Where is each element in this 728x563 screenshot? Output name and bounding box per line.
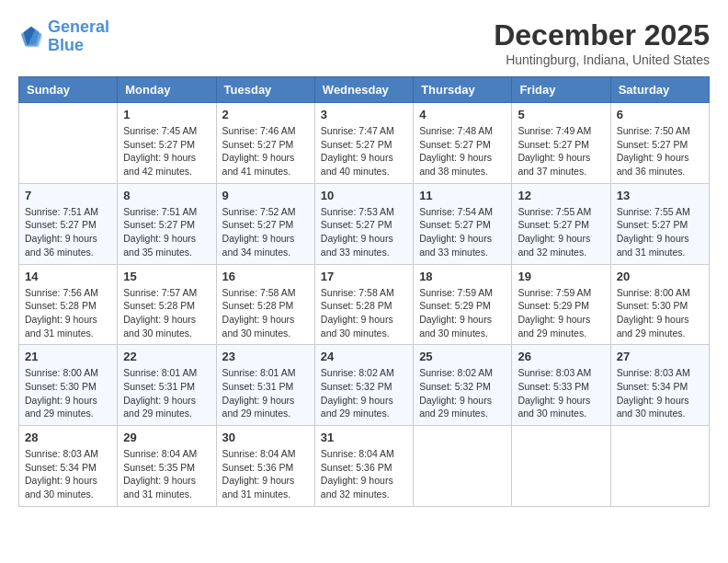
page-container: General Blue December 2025 Huntingburg, … xyxy=(0,0,728,516)
day-info: Sunrise: 7:58 AMSunset: 5:28 PMDaylight:… xyxy=(222,286,309,340)
day-info: Sunrise: 8:03 AMSunset: 5:33 PMDaylight:… xyxy=(518,366,604,420)
day-info: Sunrise: 8:01 AMSunset: 5:31 PMDaylight:… xyxy=(123,366,210,420)
day-number: 29 xyxy=(123,431,210,444)
calendar-header-row: SundayMondayTuesdayWednesdayThursdayFrid… xyxy=(19,77,710,103)
day-info: Sunrise: 7:59 AMSunset: 5:29 PMDaylight:… xyxy=(518,286,604,340)
calendar-cell: 30Sunrise: 8:04 AMSunset: 5:36 PMDayligh… xyxy=(216,426,314,507)
day-number: 8 xyxy=(123,189,210,202)
calendar-cell: 24Sunrise: 8:02 AMSunset: 5:32 PMDayligh… xyxy=(314,345,413,426)
day-info: Sunrise: 8:04 AMSunset: 5:35 PMDaylight:… xyxy=(123,447,210,501)
day-number: 5 xyxy=(518,108,604,121)
day-number: 19 xyxy=(518,270,604,283)
day-info: Sunrise: 7:56 AMSunset: 5:28 PMDaylight:… xyxy=(25,286,111,340)
day-info: Sunrise: 8:00 AMSunset: 5:30 PMDaylight:… xyxy=(25,366,111,420)
day-number: 6 xyxy=(617,108,703,121)
day-number: 22 xyxy=(123,350,210,363)
day-info: Sunrise: 7:51 AMSunset: 5:27 PMDaylight:… xyxy=(123,205,210,259)
day-info: Sunrise: 7:55 AMSunset: 5:27 PMDaylight:… xyxy=(617,205,703,259)
day-number: 31 xyxy=(321,431,407,444)
day-number: 13 xyxy=(617,189,703,202)
day-number: 15 xyxy=(123,270,210,283)
day-info: Sunrise: 8:01 AMSunset: 5:31 PMDaylight:… xyxy=(222,366,309,420)
day-number: 14 xyxy=(25,270,111,283)
calendar-cell: 15Sunrise: 7:57 AMSunset: 5:28 PMDayligh… xyxy=(118,264,216,345)
calendar-cell xyxy=(19,103,118,184)
title-section: December 2025 Huntingburg, Indiana, Unit… xyxy=(494,18,710,67)
calendar-cell xyxy=(512,426,610,507)
calendar-cell: 27Sunrise: 8:03 AMSunset: 5:34 PMDayligh… xyxy=(610,345,709,426)
day-number: 17 xyxy=(321,270,407,283)
calendar-week-4: 28Sunrise: 8:03 AMSunset: 5:34 PMDayligh… xyxy=(19,426,710,507)
day-info: Sunrise: 7:51 AMSunset: 5:27 PMDaylight:… xyxy=(25,205,111,259)
day-number: 3 xyxy=(321,108,407,121)
calendar-header-saturday: Saturday xyxy=(610,77,709,103)
day-number: 30 xyxy=(222,431,309,444)
day-info: Sunrise: 8:02 AMSunset: 5:32 PMDaylight:… xyxy=(321,366,407,420)
day-number: 26 xyxy=(518,350,604,363)
calendar-cell: 9Sunrise: 7:52 AMSunset: 5:27 PMDaylight… xyxy=(216,183,314,264)
calendar-cell: 6Sunrise: 7:50 AMSunset: 5:27 PMDaylight… xyxy=(610,103,709,184)
day-number: 7 xyxy=(25,189,111,202)
logo: General Blue xyxy=(18,18,109,55)
day-info: Sunrise: 7:45 AMSunset: 5:27 PMDaylight:… xyxy=(123,124,210,178)
calendar-cell: 7Sunrise: 7:51 AMSunset: 5:27 PMDaylight… xyxy=(19,183,118,264)
header: General Blue December 2025 Huntingburg, … xyxy=(18,18,710,67)
calendar-cell: 4Sunrise: 7:48 AMSunset: 5:27 PMDaylight… xyxy=(414,103,512,184)
calendar-table: SundayMondayTuesdayWednesdayThursdayFrid… xyxy=(18,76,710,507)
day-info: Sunrise: 8:04 AMSunset: 5:36 PMDaylight:… xyxy=(222,447,309,501)
calendar-cell: 5Sunrise: 7:49 AMSunset: 5:27 PMDaylight… xyxy=(512,103,610,184)
calendar-cell: 12Sunrise: 7:55 AMSunset: 5:27 PMDayligh… xyxy=(512,183,610,264)
day-number: 4 xyxy=(419,108,506,121)
day-info: Sunrise: 8:00 AMSunset: 5:30 PMDaylight:… xyxy=(617,286,703,340)
calendar-header-tuesday: Tuesday xyxy=(216,77,314,103)
day-number: 11 xyxy=(419,189,506,202)
calendar-cell: 22Sunrise: 8:01 AMSunset: 5:31 PMDayligh… xyxy=(118,345,216,426)
logo-text: General Blue xyxy=(48,18,109,55)
calendar-header-friday: Friday xyxy=(512,77,610,103)
day-number: 25 xyxy=(419,350,506,363)
day-info: Sunrise: 7:48 AMSunset: 5:27 PMDaylight:… xyxy=(419,124,506,178)
day-info: Sunrise: 7:50 AMSunset: 5:27 PMDaylight:… xyxy=(617,124,703,178)
calendar-week-3: 21Sunrise: 8:00 AMSunset: 5:30 PMDayligh… xyxy=(19,345,710,426)
calendar-week-2: 14Sunrise: 7:56 AMSunset: 5:28 PMDayligh… xyxy=(19,264,710,345)
calendar-cell: 3Sunrise: 7:47 AMSunset: 5:27 PMDaylight… xyxy=(314,103,413,184)
calendar-cell: 11Sunrise: 7:54 AMSunset: 5:27 PMDayligh… xyxy=(414,183,512,264)
calendar-cell xyxy=(610,426,709,507)
day-info: Sunrise: 7:54 AMSunset: 5:27 PMDaylight:… xyxy=(419,205,506,259)
calendar-cell: 19Sunrise: 7:59 AMSunset: 5:29 PMDayligh… xyxy=(512,264,610,345)
day-number: 18 xyxy=(419,270,506,283)
day-number: 21 xyxy=(25,350,111,363)
calendar-header-wednesday: Wednesday xyxy=(314,77,413,103)
day-info: Sunrise: 7:52 AMSunset: 5:27 PMDaylight:… xyxy=(222,205,309,259)
day-info: Sunrise: 8:02 AMSunset: 5:32 PMDaylight:… xyxy=(419,366,506,420)
calendar-cell: 1Sunrise: 7:45 AMSunset: 5:27 PMDaylight… xyxy=(118,103,216,184)
location: Huntingburg, Indiana, United States xyxy=(494,52,710,67)
calendar-week-0: 1Sunrise: 7:45 AMSunset: 5:27 PMDaylight… xyxy=(19,103,710,184)
calendar-cell: 20Sunrise: 8:00 AMSunset: 5:30 PMDayligh… xyxy=(610,264,709,345)
calendar-week-1: 7Sunrise: 7:51 AMSunset: 5:27 PMDaylight… xyxy=(19,183,710,264)
day-info: Sunrise: 7:47 AMSunset: 5:27 PMDaylight:… xyxy=(321,124,407,178)
day-number: 10 xyxy=(321,189,407,202)
day-number: 20 xyxy=(617,270,703,283)
day-number: 28 xyxy=(25,431,111,444)
calendar-cell xyxy=(414,426,512,507)
day-number: 12 xyxy=(518,189,604,202)
calendar-cell: 26Sunrise: 8:03 AMSunset: 5:33 PMDayligh… xyxy=(512,345,610,426)
day-info: Sunrise: 8:03 AMSunset: 5:34 PMDaylight:… xyxy=(25,447,111,501)
day-number: 2 xyxy=(222,108,309,121)
calendar-cell: 17Sunrise: 7:58 AMSunset: 5:28 PMDayligh… xyxy=(314,264,413,345)
day-number: 24 xyxy=(321,350,407,363)
calendar-cell: 10Sunrise: 7:53 AMSunset: 5:27 PMDayligh… xyxy=(314,183,413,264)
calendar-cell: 29Sunrise: 8:04 AMSunset: 5:35 PMDayligh… xyxy=(118,426,216,507)
calendar-cell: 2Sunrise: 7:46 AMSunset: 5:27 PMDaylight… xyxy=(216,103,314,184)
calendar-cell: 21Sunrise: 8:00 AMSunset: 5:30 PMDayligh… xyxy=(19,345,118,426)
calendar-cell: 25Sunrise: 8:02 AMSunset: 5:32 PMDayligh… xyxy=(414,345,512,426)
calendar-cell: 8Sunrise: 7:51 AMSunset: 5:27 PMDaylight… xyxy=(118,183,216,264)
day-info: Sunrise: 7:59 AMSunset: 5:29 PMDaylight:… xyxy=(419,286,506,340)
calendar-header-thursday: Thursday xyxy=(414,77,512,103)
day-info: Sunrise: 7:58 AMSunset: 5:28 PMDaylight:… xyxy=(321,286,407,340)
month-title: December 2025 xyxy=(494,18,710,52)
logo-icon xyxy=(18,24,44,50)
day-info: Sunrise: 7:53 AMSunset: 5:27 PMDaylight:… xyxy=(321,205,407,259)
day-number: 27 xyxy=(617,350,703,363)
